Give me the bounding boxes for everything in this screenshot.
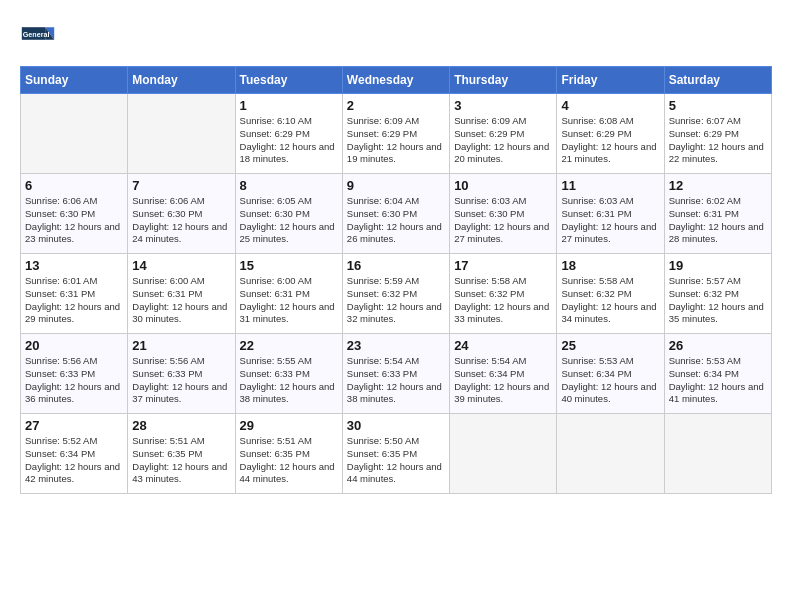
week-row-3: 13Sunrise: 6:01 AMSunset: 6:31 PMDayligh… bbox=[21, 254, 772, 334]
calendar-cell: 3Sunrise: 6:09 AMSunset: 6:29 PMDaylight… bbox=[450, 94, 557, 174]
calendar-header-row: SundayMondayTuesdayWednesdayThursdayFrid… bbox=[21, 67, 772, 94]
day-number: 29 bbox=[240, 418, 338, 433]
day-info: Sunrise: 5:54 AMSunset: 6:33 PMDaylight:… bbox=[347, 355, 445, 406]
day-number: 2 bbox=[347, 98, 445, 113]
calendar-cell: 9Sunrise: 6:04 AMSunset: 6:30 PMDaylight… bbox=[342, 174, 449, 254]
calendar-cell: 21Sunrise: 5:56 AMSunset: 6:33 PMDayligh… bbox=[128, 334, 235, 414]
day-number: 25 bbox=[561, 338, 659, 353]
day-info: Sunrise: 6:09 AMSunset: 6:29 PMDaylight:… bbox=[347, 115, 445, 166]
calendar-cell: 1Sunrise: 6:10 AMSunset: 6:29 PMDaylight… bbox=[235, 94, 342, 174]
day-number: 23 bbox=[347, 338, 445, 353]
day-number: 14 bbox=[132, 258, 230, 273]
day-info: Sunrise: 6:09 AMSunset: 6:29 PMDaylight:… bbox=[454, 115, 552, 166]
header-wednesday: Wednesday bbox=[342, 67, 449, 94]
day-number: 12 bbox=[669, 178, 767, 193]
calendar-cell: 11Sunrise: 6:03 AMSunset: 6:31 PMDayligh… bbox=[557, 174, 664, 254]
calendar-cell: 5Sunrise: 6:07 AMSunset: 6:29 PMDaylight… bbox=[664, 94, 771, 174]
day-info: Sunrise: 5:58 AMSunset: 6:32 PMDaylight:… bbox=[454, 275, 552, 326]
calendar-cell: 25Sunrise: 5:53 AMSunset: 6:34 PMDayligh… bbox=[557, 334, 664, 414]
day-info: Sunrise: 5:51 AMSunset: 6:35 PMDaylight:… bbox=[240, 435, 338, 486]
calendar-cell: 30Sunrise: 5:50 AMSunset: 6:35 PMDayligh… bbox=[342, 414, 449, 494]
day-number: 6 bbox=[25, 178, 123, 193]
day-info: Sunrise: 5:59 AMSunset: 6:32 PMDaylight:… bbox=[347, 275, 445, 326]
day-info: Sunrise: 6:01 AMSunset: 6:31 PMDaylight:… bbox=[25, 275, 123, 326]
day-info: Sunrise: 5:56 AMSunset: 6:33 PMDaylight:… bbox=[25, 355, 123, 406]
day-number: 10 bbox=[454, 178, 552, 193]
day-info: Sunrise: 5:53 AMSunset: 6:34 PMDaylight:… bbox=[561, 355, 659, 406]
calendar-cell bbox=[664, 414, 771, 494]
day-info: Sunrise: 5:50 AMSunset: 6:35 PMDaylight:… bbox=[347, 435, 445, 486]
calendar-cell: 27Sunrise: 5:52 AMSunset: 6:34 PMDayligh… bbox=[21, 414, 128, 494]
week-row-2: 6Sunrise: 6:06 AMSunset: 6:30 PMDaylight… bbox=[21, 174, 772, 254]
day-number: 11 bbox=[561, 178, 659, 193]
calendar-cell bbox=[557, 414, 664, 494]
day-info: Sunrise: 6:06 AMSunset: 6:30 PMDaylight:… bbox=[25, 195, 123, 246]
day-number: 21 bbox=[132, 338, 230, 353]
calendar: SundayMondayTuesdayWednesdayThursdayFrid… bbox=[20, 66, 772, 494]
day-info: Sunrise: 6:04 AMSunset: 6:30 PMDaylight:… bbox=[347, 195, 445, 246]
day-info: Sunrise: 5:57 AMSunset: 6:32 PMDaylight:… bbox=[669, 275, 767, 326]
day-number: 20 bbox=[25, 338, 123, 353]
day-info: Sunrise: 5:58 AMSunset: 6:32 PMDaylight:… bbox=[561, 275, 659, 326]
day-info: Sunrise: 6:06 AMSunset: 6:30 PMDaylight:… bbox=[132, 195, 230, 246]
calendar-cell: 15Sunrise: 6:00 AMSunset: 6:31 PMDayligh… bbox=[235, 254, 342, 334]
calendar-cell: 12Sunrise: 6:02 AMSunset: 6:31 PMDayligh… bbox=[664, 174, 771, 254]
day-info: Sunrise: 6:05 AMSunset: 6:30 PMDaylight:… bbox=[240, 195, 338, 246]
calendar-cell: 26Sunrise: 5:53 AMSunset: 6:34 PMDayligh… bbox=[664, 334, 771, 414]
day-info: Sunrise: 6:07 AMSunset: 6:29 PMDaylight:… bbox=[669, 115, 767, 166]
day-number: 1 bbox=[240, 98, 338, 113]
calendar-cell: 28Sunrise: 5:51 AMSunset: 6:35 PMDayligh… bbox=[128, 414, 235, 494]
week-row-5: 27Sunrise: 5:52 AMSunset: 6:34 PMDayligh… bbox=[21, 414, 772, 494]
day-info: Sunrise: 5:53 AMSunset: 6:34 PMDaylight:… bbox=[669, 355, 767, 406]
header-sunday: Sunday bbox=[21, 67, 128, 94]
calendar-cell: 4Sunrise: 6:08 AMSunset: 6:29 PMDaylight… bbox=[557, 94, 664, 174]
header-friday: Friday bbox=[557, 67, 664, 94]
day-info: Sunrise: 5:51 AMSunset: 6:35 PMDaylight:… bbox=[132, 435, 230, 486]
header-monday: Monday bbox=[128, 67, 235, 94]
day-number: 3 bbox=[454, 98, 552, 113]
logo: General bbox=[20, 20, 60, 56]
day-number: 27 bbox=[25, 418, 123, 433]
day-number: 7 bbox=[132, 178, 230, 193]
day-number: 16 bbox=[347, 258, 445, 273]
calendar-cell: 22Sunrise: 5:55 AMSunset: 6:33 PMDayligh… bbox=[235, 334, 342, 414]
calendar-cell: 18Sunrise: 5:58 AMSunset: 6:32 PMDayligh… bbox=[557, 254, 664, 334]
header: General bbox=[20, 20, 772, 56]
logo-icon: General bbox=[20, 20, 56, 56]
day-number: 28 bbox=[132, 418, 230, 433]
day-number: 15 bbox=[240, 258, 338, 273]
calendar-cell: 7Sunrise: 6:06 AMSunset: 6:30 PMDaylight… bbox=[128, 174, 235, 254]
calendar-cell: 8Sunrise: 6:05 AMSunset: 6:30 PMDaylight… bbox=[235, 174, 342, 254]
day-number: 18 bbox=[561, 258, 659, 273]
calendar-cell: 29Sunrise: 5:51 AMSunset: 6:35 PMDayligh… bbox=[235, 414, 342, 494]
day-info: Sunrise: 6:00 AMSunset: 6:31 PMDaylight:… bbox=[240, 275, 338, 326]
header-thursday: Thursday bbox=[450, 67, 557, 94]
week-row-4: 20Sunrise: 5:56 AMSunset: 6:33 PMDayligh… bbox=[21, 334, 772, 414]
calendar-cell: 20Sunrise: 5:56 AMSunset: 6:33 PMDayligh… bbox=[21, 334, 128, 414]
day-info: Sunrise: 5:52 AMSunset: 6:34 PMDaylight:… bbox=[25, 435, 123, 486]
calendar-cell: 24Sunrise: 5:54 AMSunset: 6:34 PMDayligh… bbox=[450, 334, 557, 414]
calendar-cell: 2Sunrise: 6:09 AMSunset: 6:29 PMDaylight… bbox=[342, 94, 449, 174]
calendar-cell: 23Sunrise: 5:54 AMSunset: 6:33 PMDayligh… bbox=[342, 334, 449, 414]
calendar-cell: 6Sunrise: 6:06 AMSunset: 6:30 PMDaylight… bbox=[21, 174, 128, 254]
day-info: Sunrise: 6:02 AMSunset: 6:31 PMDaylight:… bbox=[669, 195, 767, 246]
day-number: 9 bbox=[347, 178, 445, 193]
day-info: Sunrise: 6:03 AMSunset: 6:31 PMDaylight:… bbox=[561, 195, 659, 246]
day-info: Sunrise: 5:56 AMSunset: 6:33 PMDaylight:… bbox=[132, 355, 230, 406]
calendar-cell: 14Sunrise: 6:00 AMSunset: 6:31 PMDayligh… bbox=[128, 254, 235, 334]
day-info: Sunrise: 5:54 AMSunset: 6:34 PMDaylight:… bbox=[454, 355, 552, 406]
calendar-cell bbox=[450, 414, 557, 494]
calendar-cell bbox=[21, 94, 128, 174]
day-info: Sunrise: 6:10 AMSunset: 6:29 PMDaylight:… bbox=[240, 115, 338, 166]
day-number: 26 bbox=[669, 338, 767, 353]
svg-text:General: General bbox=[23, 30, 50, 39]
calendar-cell bbox=[128, 94, 235, 174]
day-info: Sunrise: 6:00 AMSunset: 6:31 PMDaylight:… bbox=[132, 275, 230, 326]
day-info: Sunrise: 5:55 AMSunset: 6:33 PMDaylight:… bbox=[240, 355, 338, 406]
day-number: 5 bbox=[669, 98, 767, 113]
day-number: 22 bbox=[240, 338, 338, 353]
calendar-cell: 17Sunrise: 5:58 AMSunset: 6:32 PMDayligh… bbox=[450, 254, 557, 334]
day-number: 4 bbox=[561, 98, 659, 113]
calendar-cell: 13Sunrise: 6:01 AMSunset: 6:31 PMDayligh… bbox=[21, 254, 128, 334]
calendar-cell: 19Sunrise: 5:57 AMSunset: 6:32 PMDayligh… bbox=[664, 254, 771, 334]
